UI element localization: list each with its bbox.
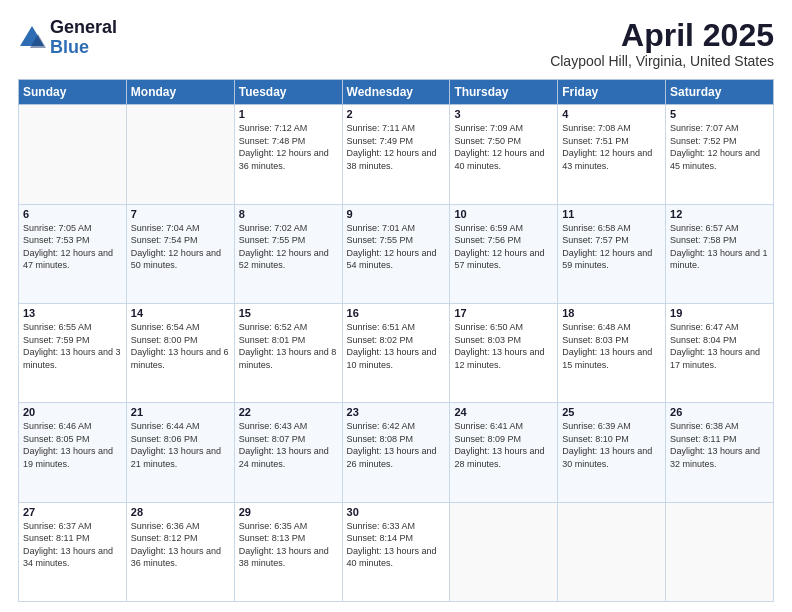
day-number: 30 [347,506,446,518]
day-info: Sunrise: 6:37 AM Sunset: 8:11 PM Dayligh… [23,520,122,570]
table-row: 6Sunrise: 7:05 AM Sunset: 7:53 PM Daylig… [19,204,127,303]
day-info: Sunrise: 6:43 AM Sunset: 8:07 PM Dayligh… [239,420,338,470]
day-number: 12 [670,208,769,220]
table-row: 2Sunrise: 7:11 AM Sunset: 7:49 PM Daylig… [342,105,450,204]
col-friday: Friday [558,80,666,105]
day-info: Sunrise: 6:57 AM Sunset: 7:58 PM Dayligh… [670,222,769,272]
day-info: Sunrise: 7:02 AM Sunset: 7:55 PM Dayligh… [239,222,338,272]
logo-icon [18,24,46,52]
table-row: 9Sunrise: 7:01 AM Sunset: 7:55 PM Daylig… [342,204,450,303]
day-number: 2 [347,108,446,120]
title-block: April 2025 Claypool Hill, Virginia, Unit… [550,18,774,69]
table-row: 25Sunrise: 6:39 AM Sunset: 8:10 PM Dayli… [558,403,666,502]
day-info: Sunrise: 6:55 AM Sunset: 7:59 PM Dayligh… [23,321,122,371]
table-row [19,105,127,204]
calendar-subtitle: Claypool Hill, Virginia, United States [550,53,774,69]
day-info: Sunrise: 6:44 AM Sunset: 8:06 PM Dayligh… [131,420,230,470]
page: General Blue April 2025 Claypool Hill, V… [0,0,792,612]
day-info: Sunrise: 7:12 AM Sunset: 7:48 PM Dayligh… [239,122,338,172]
table-row: 10Sunrise: 6:59 AM Sunset: 7:56 PM Dayli… [450,204,558,303]
day-info: Sunrise: 6:59 AM Sunset: 7:56 PM Dayligh… [454,222,553,272]
day-info: Sunrise: 6:52 AM Sunset: 8:01 PM Dayligh… [239,321,338,371]
table-row: 16Sunrise: 6:51 AM Sunset: 8:02 PM Dayli… [342,303,450,402]
day-number: 3 [454,108,553,120]
calendar-week-row: 13Sunrise: 6:55 AM Sunset: 7:59 PM Dayli… [19,303,774,402]
calendar-table: Sunday Monday Tuesday Wednesday Thursday… [18,79,774,602]
table-row: 21Sunrise: 6:44 AM Sunset: 8:06 PM Dayli… [126,403,234,502]
day-number: 10 [454,208,553,220]
day-number: 29 [239,506,338,518]
day-info: Sunrise: 6:50 AM Sunset: 8:03 PM Dayligh… [454,321,553,371]
table-row: 14Sunrise: 6:54 AM Sunset: 8:00 PM Dayli… [126,303,234,402]
header: General Blue April 2025 Claypool Hill, V… [18,18,774,69]
table-row: 4Sunrise: 7:08 AM Sunset: 7:51 PM Daylig… [558,105,666,204]
calendar-week-row: 20Sunrise: 6:46 AM Sunset: 8:05 PM Dayli… [19,403,774,502]
table-row: 27Sunrise: 6:37 AM Sunset: 8:11 PM Dayli… [19,502,127,601]
col-wednesday: Wednesday [342,80,450,105]
table-row: 30Sunrise: 6:33 AM Sunset: 8:14 PM Dayli… [342,502,450,601]
table-row [558,502,666,601]
table-row [450,502,558,601]
day-info: Sunrise: 6:38 AM Sunset: 8:11 PM Dayligh… [670,420,769,470]
day-info: Sunrise: 7:08 AM Sunset: 7:51 PM Dayligh… [562,122,661,172]
day-number: 22 [239,406,338,418]
day-number: 14 [131,307,230,319]
day-info: Sunrise: 7:11 AM Sunset: 7:49 PM Dayligh… [347,122,446,172]
table-row: 20Sunrise: 6:46 AM Sunset: 8:05 PM Dayli… [19,403,127,502]
day-number: 16 [347,307,446,319]
day-info: Sunrise: 7:09 AM Sunset: 7:50 PM Dayligh… [454,122,553,172]
day-number: 11 [562,208,661,220]
day-number: 25 [562,406,661,418]
day-info: Sunrise: 7:04 AM Sunset: 7:54 PM Dayligh… [131,222,230,272]
table-row: 22Sunrise: 6:43 AM Sunset: 8:07 PM Dayli… [234,403,342,502]
day-number: 26 [670,406,769,418]
day-info: Sunrise: 6:51 AM Sunset: 8:02 PM Dayligh… [347,321,446,371]
table-row: 13Sunrise: 6:55 AM Sunset: 7:59 PM Dayli… [19,303,127,402]
day-number: 6 [23,208,122,220]
logo-blue: Blue [50,38,117,58]
day-number: 27 [23,506,122,518]
day-info: Sunrise: 7:05 AM Sunset: 7:53 PM Dayligh… [23,222,122,272]
logo-general: General [50,18,117,38]
table-row: 18Sunrise: 6:48 AM Sunset: 8:03 PM Dayli… [558,303,666,402]
day-number: 8 [239,208,338,220]
day-number: 23 [347,406,446,418]
table-row: 28Sunrise: 6:36 AM Sunset: 8:12 PM Dayli… [126,502,234,601]
table-row [126,105,234,204]
col-sunday: Sunday [19,80,127,105]
logo-text: General Blue [50,18,117,58]
logo: General Blue [18,18,117,58]
day-number: 4 [562,108,661,120]
day-info: Sunrise: 6:36 AM Sunset: 8:12 PM Dayligh… [131,520,230,570]
col-thursday: Thursday [450,80,558,105]
day-info: Sunrise: 7:07 AM Sunset: 7:52 PM Dayligh… [670,122,769,172]
day-info: Sunrise: 6:58 AM Sunset: 7:57 PM Dayligh… [562,222,661,272]
col-monday: Monday [126,80,234,105]
col-tuesday: Tuesday [234,80,342,105]
day-number: 5 [670,108,769,120]
day-number: 17 [454,307,553,319]
calendar-header-row: Sunday Monday Tuesday Wednesday Thursday… [19,80,774,105]
table-row: 19Sunrise: 6:47 AM Sunset: 8:04 PM Dayli… [666,303,774,402]
table-row [666,502,774,601]
table-row: 5Sunrise: 7:07 AM Sunset: 7:52 PM Daylig… [666,105,774,204]
day-info: Sunrise: 6:41 AM Sunset: 8:09 PM Dayligh… [454,420,553,470]
day-number: 15 [239,307,338,319]
day-number: 9 [347,208,446,220]
day-info: Sunrise: 6:39 AM Sunset: 8:10 PM Dayligh… [562,420,661,470]
table-row: 15Sunrise: 6:52 AM Sunset: 8:01 PM Dayli… [234,303,342,402]
day-number: 21 [131,406,230,418]
calendar-week-row: 27Sunrise: 6:37 AM Sunset: 8:11 PM Dayli… [19,502,774,601]
day-info: Sunrise: 6:47 AM Sunset: 8:04 PM Dayligh… [670,321,769,371]
day-number: 13 [23,307,122,319]
calendar-title: April 2025 [550,18,774,53]
day-info: Sunrise: 7:01 AM Sunset: 7:55 PM Dayligh… [347,222,446,272]
table-row: 8Sunrise: 7:02 AM Sunset: 7:55 PM Daylig… [234,204,342,303]
table-row: 11Sunrise: 6:58 AM Sunset: 7:57 PM Dayli… [558,204,666,303]
table-row: 1Sunrise: 7:12 AM Sunset: 7:48 PM Daylig… [234,105,342,204]
day-number: 19 [670,307,769,319]
calendar-week-row: 1Sunrise: 7:12 AM Sunset: 7:48 PM Daylig… [19,105,774,204]
day-info: Sunrise: 6:33 AM Sunset: 8:14 PM Dayligh… [347,520,446,570]
day-info: Sunrise: 6:42 AM Sunset: 8:08 PM Dayligh… [347,420,446,470]
day-info: Sunrise: 6:35 AM Sunset: 8:13 PM Dayligh… [239,520,338,570]
